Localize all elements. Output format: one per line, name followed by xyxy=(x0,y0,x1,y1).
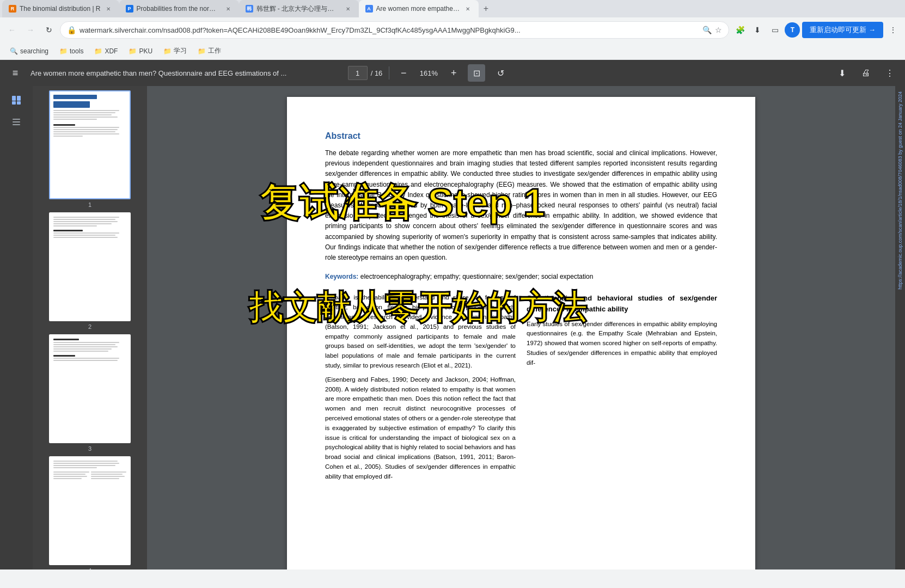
pdf-page-input[interactable] xyxy=(348,66,368,80)
pdf-viewer: ≡ Are women more empathetic than men? Qu… xyxy=(0,60,905,569)
folder-icon-work: 📁 xyxy=(198,47,206,55)
pdf-title: Are women more empathetic than men? Ques… xyxy=(30,69,341,77)
svg-rect-3 xyxy=(17,101,21,105)
tab-1[interactable]: R The binomial distribution | R ✕ xyxy=(2,0,119,17)
svg-rect-1 xyxy=(17,96,21,101)
tab-3-label: 韩世辉 - 北京大学心理与认知... xyxy=(256,4,340,14)
tab-2-close[interactable]: ✕ xyxy=(224,4,233,13)
tab-1-close[interactable]: ✕ xyxy=(104,4,113,13)
tab-3-favicon: 韩 xyxy=(246,5,253,13)
thumbnail-num-1: 1 xyxy=(88,201,91,208)
search-small-icon: 🔍 xyxy=(10,47,18,55)
thumbnail-num-4: 4 xyxy=(88,567,91,569)
pdf-main-content[interactable]: Abstract The debate regarding whether wo… xyxy=(147,86,895,569)
overlay-step-text: 复试准备 Step 1 xyxy=(260,181,545,224)
svg-rect-2 xyxy=(12,101,16,105)
tab-4-close[interactable]: ✕ xyxy=(463,4,472,13)
bookmark-tools[interactable]: 📁 tools xyxy=(55,46,88,57)
reload-button[interactable]: ↻ xyxy=(41,22,57,38)
overlay-text-step: 复试准备 Step 1 xyxy=(249,181,630,224)
url-text: watermark.silverchair.com/nsad008.pdf?to… xyxy=(80,26,699,34)
right-sidebar: https://academic.oup.com/scan/article/18… xyxy=(895,86,905,569)
thumbnail-num-2: 2 xyxy=(88,323,91,330)
folder-icon-tools: 📁 xyxy=(59,47,68,55)
search-icon[interactable]: 🔍 xyxy=(702,26,712,34)
back-button[interactable]: ← xyxy=(4,22,20,38)
pdf-page-total: / 16 xyxy=(371,69,383,77)
extensions-icon[interactable]: 🧩 xyxy=(732,22,748,38)
pdf-intro-left-refs: (Eisenberg and Fabes, 1990; Decety and J… xyxy=(325,375,516,482)
restart-button[interactable]: 重新启动即可更新 → xyxy=(802,22,883,38)
tab-2-favicon: P xyxy=(126,5,133,13)
tab-4-label: Are women more empatheti... xyxy=(376,5,460,13)
bookmark-pku[interactable]: 📁 PKU xyxy=(124,46,157,57)
pdf-keywords: Keywords: electroencephalography; empath… xyxy=(325,272,717,282)
thumbnails-panel-button[interactable] xyxy=(7,90,26,110)
pdf-divider-1 xyxy=(389,66,389,79)
tab-1-favicon: R xyxy=(9,5,16,13)
svg-rect-0 xyxy=(12,96,16,101)
tab-2[interactable]: P Probabilities from the norma... ✕ xyxy=(119,0,239,17)
right-sidebar-text[interactable]: https://academic.oup.com/scan/article/18… xyxy=(898,91,903,290)
sidebar-icon[interactable]: ▭ xyxy=(767,22,782,38)
thumbnail-page-3[interactable]: 3 xyxy=(37,334,143,452)
tab-3-close[interactable]: ✕ xyxy=(344,4,352,13)
pdf-page-nav: / 16 xyxy=(348,66,383,80)
tab-3[interactable]: 韩 韩世辉 - 北京大学心理与认知... ✕ xyxy=(239,0,359,17)
svg-rect-5 xyxy=(13,121,20,122)
svg-rect-6 xyxy=(13,124,20,125)
new-tab-button[interactable]: + xyxy=(479,1,494,16)
pdf-keywords-label: Keywords: xyxy=(325,273,358,280)
thumbnail-image-3 xyxy=(49,334,131,443)
tab-1-label: The binomial distribution | R xyxy=(20,5,101,13)
thumbnail-page-1[interactable]: 1 xyxy=(37,90,143,208)
folder-icon-xdf: 📁 xyxy=(94,47,102,55)
thumbnail-image-1 xyxy=(49,90,131,199)
thumbnail-image-2 xyxy=(49,212,131,321)
bookmark-pku-label: PKU xyxy=(139,47,152,55)
url-bar[interactable]: 🔒 watermark.silverchair.com/nsad008.pdf?… xyxy=(60,21,729,39)
bookmark-searching-label: searching xyxy=(20,47,48,55)
thumbnail-page-4[interactable]: 4 xyxy=(37,456,143,569)
zoom-in-button[interactable]: + xyxy=(446,65,461,81)
bookmark-study-label: 学习 xyxy=(174,46,187,56)
outline-panel-button[interactable] xyxy=(7,112,26,132)
folder-icon-study: 📁 xyxy=(163,47,172,55)
rotate-button[interactable]: ↺ xyxy=(492,64,509,82)
pdf-download-button[interactable]: ⬇ xyxy=(833,64,851,82)
bookmark-tools-label: tools xyxy=(70,47,83,55)
bookmarks-bar: 🔍 searching 📁 tools 📁 XDF 📁 PKU 📁 学习 📁 工… xyxy=(0,42,905,60)
pdf-page-1: Abstract The debate regarding whether wo… xyxy=(287,97,755,569)
pdf-content-area: 1 xyxy=(0,86,905,569)
thumbnail-page-2[interactable]: 2 xyxy=(37,212,143,330)
toolbar-icons: 🧩 ⬇ ▭ T 重新启动即可更新 → ⋮ xyxy=(732,22,901,38)
thumbnail-image-4 xyxy=(49,456,131,565)
pdf-abstract-title: Abstract xyxy=(325,130,717,143)
forward-button[interactable]: → xyxy=(23,22,38,38)
tab-4-favicon: A xyxy=(365,5,373,13)
tab-bar: R The binomial distribution | R ✕ P Prob… xyxy=(0,0,905,17)
pdf-keywords-text: electroencephalography; empathy; questio… xyxy=(360,273,594,280)
bookmark-work[interactable]: 📁 工作 xyxy=(193,45,225,57)
bookmark-searching[interactable]: 🔍 searching xyxy=(5,46,53,57)
pdf-menu-button[interactable]: ≡ xyxy=(7,64,24,82)
tab-2-label: Probabilities from the norma... xyxy=(137,5,221,13)
pdf-left-panel xyxy=(0,86,33,569)
bookmark-study[interactable]: 📁 学习 xyxy=(159,45,191,57)
tab-4[interactable]: A Are women more empatheti... ✕ xyxy=(359,0,479,17)
chrome-menu-icon[interactable]: ⋮ xyxy=(885,22,901,38)
fit-page-button[interactable]: ⊡ xyxy=(468,64,485,82)
folder-icon-pku: 📁 xyxy=(129,47,137,55)
bookmark-xdf[interactable]: 📁 XDF xyxy=(90,46,122,57)
profile-button[interactable]: T xyxy=(785,22,800,38)
pdf-thumbnails-sidebar[interactable]: 1 xyxy=(33,86,147,569)
download-icon[interactable]: ⬇ xyxy=(750,22,765,38)
pdf-more-button[interactable]: ⋮ xyxy=(881,64,898,82)
pdf-print-button[interactable]: 🖨 xyxy=(857,64,875,82)
overlay-text-method: 找文献从零开始的方法 xyxy=(249,282,739,333)
bookmark-star-icon[interactable]: ☆ xyxy=(715,26,722,34)
lock-icon: 🔒 xyxy=(67,26,76,34)
pdf-zoom-value: 161% xyxy=(418,69,439,77)
overlay-method-text: 找文献从零开始的方法 xyxy=(249,289,586,326)
zoom-out-button[interactable]: − xyxy=(396,65,411,81)
